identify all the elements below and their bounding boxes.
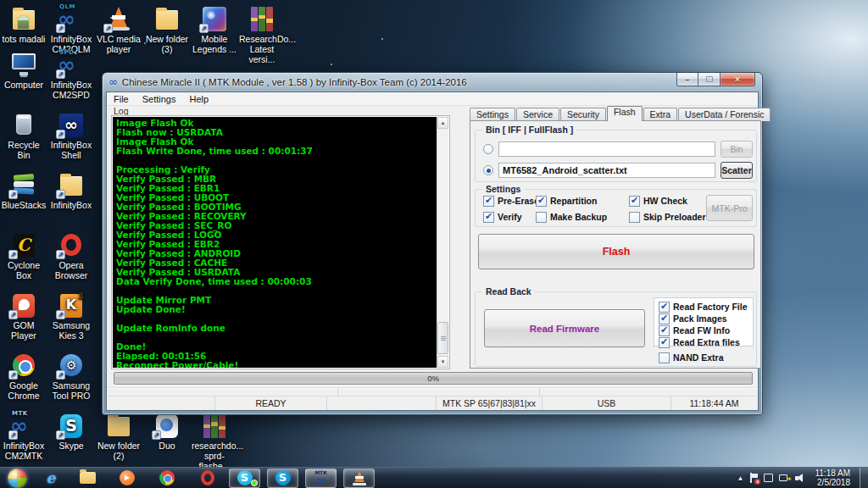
hidden-icons-arrow-icon[interactable]: ▲ (737, 474, 744, 482)
read-fw-info-checkbox[interactable]: ✔Read FW Info (659, 324, 748, 336)
desktop-icon-infinitybox-cm2mtk[interactable]: MTK∞↗ InfinityBox CM2MTK (1, 412, 47, 461)
flash-settings-group: Settings ✔Pre-Erase ✔Repartition ✔HW Che… (475, 189, 757, 227)
bin-file-input[interactable] (498, 141, 715, 157)
bin-button[interactable]: Bin (721, 141, 753, 158)
desktop-icon-gom-player[interactable]: ↗ GOM Player (1, 291, 47, 341)
app-window-icon: ∞ (108, 76, 118, 88)
scroll-up-icon[interactable]: ▲ (437, 117, 448, 129)
taskbar-ie[interactable]: e (41, 468, 61, 488)
taskbar-opera[interactable] (198, 468, 218, 488)
taskbar-vlc-running[interactable] (343, 469, 375, 488)
shortcut-arrow-icon: ↗ (56, 24, 65, 33)
network-status-icon[interactable]: * (779, 474, 789, 483)
read-firmware-button[interactable]: Read Firmware (484, 309, 645, 347)
start-button[interactable] (8, 469, 27, 488)
scrollbar-thumb[interactable] (437, 322, 448, 354)
icon-label: Duo (144, 441, 190, 451)
taskbar-gom-player[interactable]: ▶ (117, 468, 137, 488)
desktop-icon-infinitybox-folder[interactable]: ↗ InfinityBox (48, 171, 94, 210)
maximize-button[interactable] (698, 73, 720, 86)
desktop-icon-infinitybox-cm2qlm[interactable]: QLM∞↗ InfinityBox CM2QLM (48, 5, 94, 54)
menu-help[interactable]: Help (182, 92, 215, 105)
volume-icon[interactable] (795, 474, 805, 483)
taskbar-explorer[interactable] (77, 468, 97, 488)
window-title: Chinese Miracle II ( MTK Module , ver 1.… (122, 77, 467, 87)
pre-erase-checkbox[interactable]: ✔Pre-Erase (483, 195, 539, 207)
icon-label: InfinityBox CM2MTK (1, 441, 47, 461)
tray-clock[interactable]: 11:18 AM 2/5/2018 (815, 469, 850, 487)
hw-check-checkbox[interactable]: ✔HW Check (629, 195, 687, 207)
skip-preloader-checkbox[interactable]: Skip Preloader (629, 211, 706, 223)
action-center-flag-icon[interactable]: x (749, 473, 758, 483)
taskbar-skype2-running[interactable]: S (267, 469, 298, 488)
desktop-icon-researchdo-archive[interactable]: ResearchDo... Latest versi... (239, 5, 285, 64)
status-cell-empty (327, 396, 437, 410)
taskbar-chrome[interactable] (157, 468, 177, 488)
tab-userdata-forensic[interactable]: UserData / Forensic (678, 108, 771, 121)
desktop-icon-tots-madali[interactable]: tots madali (1, 5, 47, 44)
desktop-icon-samsung-tool-pro[interactable]: ⚙↗ Samsung Tool PRO (48, 352, 94, 401)
desktop-icon-samsung-kies[interactable]: K3↗ Samsung Kies 3 (48, 291, 94, 341)
tab-security[interactable]: Security (560, 108, 606, 121)
desktop-icon-vlc[interactable]: ↗ VLC media player (96, 5, 142, 54)
read-factory-file-checkbox[interactable]: ✔Read Factory File (659, 301, 748, 312)
tab-service[interactable]: Service (516, 108, 559, 121)
desktop-icon-new-folder-2[interactable]: New folder (2) (96, 412, 142, 461)
menu-settings[interactable]: Settings (136, 92, 183, 105)
desktop-icon-duo[interactable]: ↗ Duo (144, 412, 190, 451)
flash-button[interactable]: Flash (478, 234, 754, 269)
removable-device-icon[interactable] (764, 474, 773, 482)
recycle-bin-icon (9, 111, 38, 138)
close-button[interactable]: ✕ (720, 73, 755, 86)
read-extra-files-checkbox[interactable]: ✔Read Extra files (659, 336, 748, 347)
scatter-button[interactable]: Scatter (721, 162, 753, 179)
desktop-icon-new-folder-3[interactable]: New folder (3) (144, 5, 190, 54)
folder-icon (104, 412, 133, 439)
checkbox: ✔ (629, 196, 640, 207)
scroll-down-icon[interactable]: ▼ (437, 356, 448, 368)
pack-images-checkbox[interactable]: ✔Pack Images (659, 313, 748, 324)
desktop-icon-mobile-legends[interactable]: ↗ Mobile Legends ... (192, 5, 237, 54)
status-bar: READY MTK SP 65|67|83|81|xx USB 11:18:44… (108, 396, 757, 410)
flash-tab-panel: Bin [ IFF | FullFlash ] Bin MT6582_Andro… (470, 120, 761, 369)
desktop-icon-bluestacks[interactable]: ↗ BlueStacks (1, 171, 47, 210)
nand-extra-checkbox[interactable]: NAND Extra (659, 352, 724, 363)
scatter-file-radio[interactable] (483, 165, 493, 175)
taskbar-cm2mtk-running[interactable]: MTK∞ (305, 469, 337, 488)
log-console: Image Flash Ok Flash now : USRDATA Image… (113, 117, 437, 368)
app-window: ∞ Chinese Miracle II ( MTK Module , ver … (102, 72, 763, 415)
desktop-icon-infinitybox-shell[interactable]: ∞↗ InfinityBox Shell (48, 111, 94, 160)
title-bar[interactable]: ∞ Chinese Miracle II ( MTK Module , ver … (103, 73, 762, 92)
verify-checkbox[interactable]: ✔Verify (483, 211, 522, 223)
repartition-checkbox[interactable]: ✔Repartition (536, 195, 597, 207)
desktop-icon-opera[interactable]: ↗ Opera Browser (48, 231, 94, 280)
mtk-pro-button[interactable]: MTK-Pro (706, 195, 753, 221)
tab-settings[interactable]: Settings (470, 108, 515, 121)
desktop-icon-computer[interactable]: Computer (1, 51, 47, 90)
scatter-file-input[interactable]: MT6582_Android_scatter.txt (498, 163, 715, 178)
desktop-icon-sprd-archive[interactable]: researchdo... sprd-flashe... (192, 412, 237, 471)
tab-flash[interactable]: Flash (607, 106, 643, 121)
desktop-icon-cyclone-box[interactable]: C↗ Cyclone Box (1, 231, 47, 280)
desktop-icon-infinitybox-cm2spd[interactable]: SPD∞↗ InfinityBox CM2SPD (48, 51, 94, 100)
icon-label: Recycle Bin (1, 140, 47, 160)
bin-group-label: Bin [ IFF | FullFlash ] (482, 125, 576, 135)
progress-bar: 0% (114, 372, 753, 385)
gom-player-icon: ↗ (9, 291, 38, 319)
show-desktop-button[interactable] (860, 468, 868, 488)
folder-icon: ↗ (57, 171, 86, 198)
taskbar-skype-running[interactable]: S (229, 469, 260, 488)
log-scrollbar[interactable]: ▲ ▼ (437, 117, 448, 368)
read-back-group: Read Back Read Firmware ✔Read Factory Fi… (475, 291, 757, 367)
shortcut-arrow-icon: ↗ (103, 24, 113, 33)
make-backup-checkbox[interactable]: Make Backup (536, 211, 607, 223)
bin-file-radio[interactable] (483, 144, 493, 154)
tab-extra[interactable]: Extra (643, 108, 678, 121)
desktop-icon-google-chrome[interactable]: ↗ Google Chrome (1, 352, 47, 401)
desktop-icon-skype[interactable]: S↗ Skype (48, 412, 94, 451)
ie-icon: e (47, 470, 56, 485)
minimize-button[interactable]: – (676, 73, 698, 86)
menu-file[interactable]: File (107, 92, 136, 105)
icon-label: VLC media player (96, 34, 142, 54)
desktop-icon-recycle-bin[interactable]: Recycle Bin (1, 111, 47, 160)
